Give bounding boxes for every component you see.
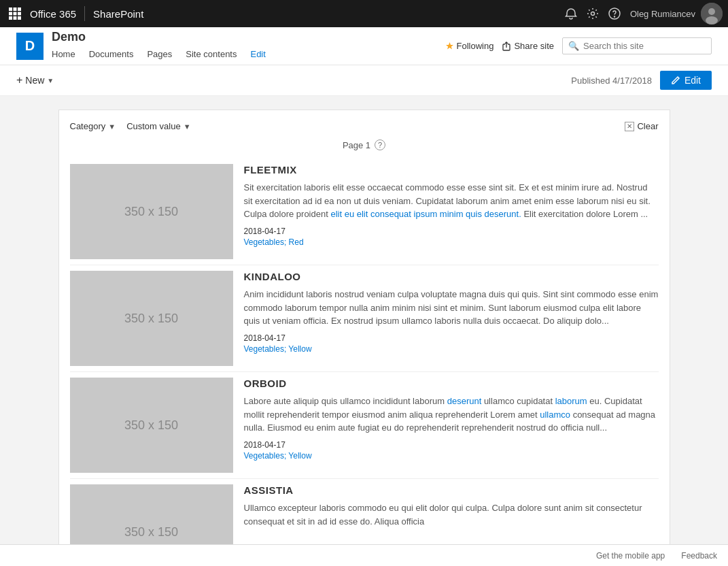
article-item: 350 x 150 KINDALOO Anim incididunt labor…	[70, 265, 659, 372]
svg-point-14	[706, 16, 718, 24]
bottom-bar: Get the mobile app Feedback	[0, 544, 728, 566]
svg-rect-3	[9, 12, 12, 16]
pagination-row: Page 1 ?	[70, 139, 659, 150]
user-avatar	[701, 3, 723, 24]
site-title-nav: Demo Home Documents Pages Site contents …	[52, 30, 434, 62]
article-tags-kindaloo: Vegetables; Yellow	[244, 344, 659, 354]
article-item: 350 x 150 ORBOID Labore aute aliquip qui…	[70, 372, 659, 479]
sharepoint-label[interactable]: SharePoint	[93, 8, 143, 20]
svg-point-9	[591, 12, 594, 16]
nav-documents[interactable]: Documents	[82, 46, 141, 62]
article-desc-kindaloo: Anim incididunt laboris nostrud veniam c…	[244, 288, 659, 328]
nav-pages[interactable]: Pages	[140, 46, 179, 62]
filter-bar: Category ▼ Custom value ▼ ✕ Clear	[70, 121, 659, 131]
category-label: Category	[70, 121, 106, 131]
site-logo: D	[16, 33, 44, 60]
category-chevron-icon: ▼	[108, 122, 116, 131]
user-menu[interactable]: Oleg Rumiancev	[630, 3, 723, 24]
nav-home[interactable]: Home	[52, 46, 82, 62]
site-title: Demo	[52, 30, 434, 45]
article-date-kindaloo: 2018-04-17	[244, 333, 659, 343]
article-desc-orboid: Labore aute aliquip quis ullamco incidid…	[244, 395, 659, 435]
svg-rect-7	[14, 16, 17, 20]
svg-rect-1	[14, 7, 17, 11]
search-input[interactable]	[583, 41, 706, 51]
new-chevron-icon: ▼	[47, 77, 54, 84]
svg-rect-4	[14, 12, 17, 16]
category-filter[interactable]: Category ▼	[70, 121, 116, 131]
top-bar-actions: Oleg Rumiancev	[565, 3, 723, 24]
article-desc-fleetmix: Sit exercitation laboris elit esse occae…	[244, 181, 659, 221]
search-box[interactable]: 🔍	[562, 37, 712, 54]
share-label: Share site	[514, 41, 554, 51]
page-info-icon[interactable]: ?	[375, 139, 385, 150]
svg-rect-2	[18, 7, 21, 11]
nav-site-contents[interactable]: Site contents	[179, 46, 243, 62]
top-navigation-bar: Office 365 SharePoint Oleg Rumiancev	[0, 0, 728, 27]
article-content-orboid: ORBOID Labore aute aliquip quis ullamco …	[244, 372, 659, 478]
article-image-kindaloo: 350 x 150	[70, 271, 233, 366]
page-toolbar: + New ▼ Published 4/17/2018 Edit	[0, 65, 728, 96]
site-header-actions: Following Share site 🔍	[445, 37, 712, 54]
article-date-orboid: 2018-04-17	[244, 440, 659, 450]
article-tags-orboid: Vegetables; Yellow	[244, 451, 659, 461]
new-label: New	[25, 75, 44, 86]
article-title-fleetmix[interactable]: FLEETMIX	[244, 164, 659, 176]
clear-x-icon: ✕	[625, 122, 634, 131]
plus-icon: +	[16, 74, 22, 86]
published-text: Published 4/17/2018	[571, 76, 652, 86]
custom-value-filter[interactable]: Custom value ▼	[126, 121, 190, 131]
search-icon: 🔍	[568, 41, 579, 51]
svg-marker-15	[446, 42, 453, 50]
page-label: Page 1	[343, 140, 370, 150]
clear-label: Clear	[637, 121, 658, 131]
following-label: Following	[457, 41, 494, 51]
svg-rect-8	[18, 16, 21, 20]
app-grid-button[interactable]	[5, 4, 24, 23]
share-site-button[interactable]: Share site	[502, 41, 554, 51]
svg-point-11	[614, 16, 614, 17]
help-icon[interactable]	[608, 7, 621, 20]
site-header: D Demo Home Documents Pages Site content…	[0, 27, 728, 65]
article-item: 350 x 150 FLEETMIX Sit exercitation labo…	[70, 159, 659, 265]
article-desc-assistia: Ullamco excepteur laboris commodo eu qui…	[244, 501, 659, 528]
article-date-fleetmix: 2018-04-17	[244, 227, 659, 236]
svg-rect-6	[9, 16, 12, 20]
feedback-link[interactable]: Feedback	[681, 551, 717, 561]
article-image-orboid: 350 x 150	[70, 378, 233, 473]
article-title-assistia[interactable]: ASSISTIA	[244, 484, 659, 496]
custom-value-chevron-icon: ▼	[184, 122, 191, 131]
site-navigation: Home Documents Pages Site contents Edit	[52, 46, 434, 62]
office365-label[interactable]: Office 365	[30, 8, 76, 20]
nav-divider	[84, 6, 85, 21]
nav-edit[interactable]: Edit	[243, 46, 272, 62]
article-content-fleetmix: FLEETMIX Sit exercitation laboris elit e…	[244, 159, 659, 265]
following-button[interactable]: Following	[445, 41, 494, 51]
content-area: Category ▼ Custom value ▼ ✕ Clear Page 1…	[0, 96, 728, 566]
edit-label: Edit	[684, 75, 701, 86]
custom-value-label: Custom value	[126, 121, 180, 131]
mobile-app-link[interactable]: Get the mobile app	[596, 551, 665, 561]
clear-button[interactable]: ✕ Clear	[625, 121, 658, 131]
article-title-orboid[interactable]: ORBOID	[244, 378, 659, 389]
article-content-kindaloo: KINDALOO Anim incididunt laboris nostrud…	[244, 265, 659, 371]
edit-button[interactable]: Edit	[660, 71, 712, 90]
settings-icon[interactable]	[587, 7, 599, 20]
notifications-icon[interactable]	[565, 7, 577, 20]
article-tags-fleetmix: Vegetables; Red	[244, 237, 659, 247]
filter-dropdowns: Category ▼ Custom value ▼	[70, 121, 191, 131]
article-image-fleetmix: 350 x 150	[70, 164, 233, 259]
new-button[interactable]: + New ▼	[16, 71, 54, 89]
svg-rect-5	[18, 12, 21, 16]
content-panel: Category ▼ Custom value ▼ ✕ Clear Page 1…	[58, 110, 670, 566]
user-name: Oleg Rumiancev	[630, 9, 695, 19]
svg-point-13	[708, 8, 715, 15]
svg-rect-0	[9, 7, 12, 11]
article-title-kindaloo[interactable]: KINDALOO	[244, 271, 659, 282]
